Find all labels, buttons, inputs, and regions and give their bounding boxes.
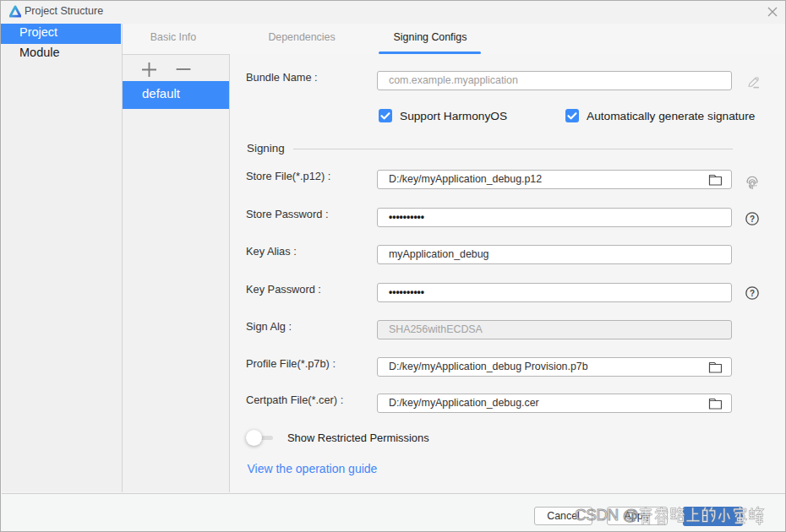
svg-text:?: ? — [750, 289, 755, 298]
svg-text:?: ? — [750, 214, 755, 224]
